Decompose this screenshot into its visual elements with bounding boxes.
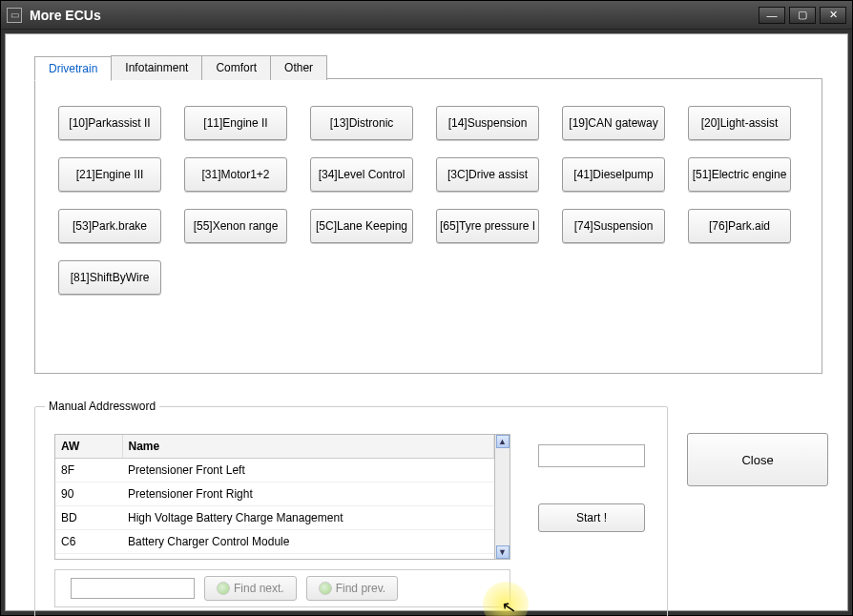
ecu-label: [20]Light-assist bbox=[701, 116, 779, 130]
table-row[interactable]: BD High Voltage Battery Charge Managemen… bbox=[55, 506, 494, 530]
ecu-button[interactable]: [21]Engine III bbox=[58, 157, 161, 192]
start-button[interactable]: Start ! bbox=[538, 503, 645, 532]
ecu-label: [74]Suspension bbox=[574, 219, 654, 233]
ecu-label: [3C]Drive assist bbox=[447, 168, 528, 181]
tab-other[interactable]: Other bbox=[270, 55, 327, 80]
ecu-button[interactable]: [34]Level Control bbox=[310, 157, 413, 192]
tab-label: Comfort bbox=[216, 61, 257, 74]
cell-name: High Voltage Battery Charge Management bbox=[122, 506, 494, 530]
tab-label: Drivetrain bbox=[49, 62, 97, 75]
close-button[interactable]: Close bbox=[687, 433, 828, 486]
cell-aw: 90 bbox=[55, 483, 122, 506]
ecu-label: [41]Dieselpump bbox=[573, 168, 653, 181]
side-input[interactable] bbox=[538, 444, 645, 467]
ecu-label: [76]Park.aid bbox=[709, 219, 770, 233]
ecu-button[interactable]: [41]Dieselpump bbox=[562, 157, 665, 192]
ecu-button[interactable]: [10]Parkassist II bbox=[58, 106, 161, 140]
ecu-button[interactable]: [20]Light-assist bbox=[688, 106, 791, 140]
ecu-label: [55]Xenon range bbox=[194, 219, 279, 233]
tab-pane-drivetrain: [10]Parkassist II [11]Engine II [13]Dist… bbox=[34, 78, 822, 374]
scroll-down-icon[interactable]: ▼ bbox=[496, 545, 510, 559]
ecu-button[interactable]: [74]Suspension bbox=[562, 209, 665, 243]
ecu-label: [13]Distronic bbox=[330, 116, 394, 130]
find-next-label: Find next. bbox=[234, 582, 284, 595]
cell-name: Battery Charger Control Module bbox=[122, 530, 494, 554]
titlebar[interactable]: ▭ More ECUs — ▢ ✕ bbox=[1, 1, 852, 30]
ecu-label: [14]Suspension bbox=[448, 116, 528, 130]
ecu-label: [81]ShiftByWire bbox=[71, 271, 150, 284]
table-row[interactable]: 90 Pretensioner Front Right bbox=[55, 483, 494, 506]
search-input[interactable] bbox=[71, 578, 195, 599]
ecu-label: [31]Motor1+2 bbox=[201, 168, 269, 181]
addressword-table: AW Name 8F Pretensioner Front Left 90 bbox=[55, 435, 494, 554]
ecu-button[interactable]: [11]Engine II bbox=[184, 106, 287, 140]
find-next-button[interactable]: Find next. bbox=[204, 576, 297, 601]
ecu-button[interactable]: [76]Park.aid bbox=[688, 209, 791, 243]
ecu-label: [10]Parkassist II bbox=[69, 116, 150, 130]
cell-name: Pretensioner Front Left bbox=[122, 459, 494, 483]
tab-infotainment[interactable]: Infotainment bbox=[111, 55, 202, 80]
ecu-label: [51]Electric engine bbox=[693, 168, 787, 181]
addressword-table-scroll[interactable]: AW Name 8F Pretensioner Front Left 90 bbox=[55, 435, 494, 559]
find-prev-icon bbox=[319, 582, 332, 595]
ecu-label: [19]CAN gateway bbox=[569, 116, 657, 130]
cell-aw: 8F bbox=[55, 459, 122, 483]
table-vertical-scrollbar[interactable]: ▲ ▼ bbox=[494, 435, 510, 559]
addressword-table-wrap: AW Name 8F Pretensioner Front Left 90 bbox=[54, 434, 510, 560]
cell-aw: BD bbox=[55, 506, 122, 530]
minimize-button[interactable]: — bbox=[759, 7, 785, 24]
ecu-button[interactable]: [81]ShiftByWire bbox=[58, 260, 161, 295]
cell-name: Pretensioner Front Right bbox=[122, 483, 494, 506]
ecu-label: [65]Tyre pressure I bbox=[440, 219, 535, 233]
close-window-button[interactable]: ✕ bbox=[820, 7, 846, 24]
window-controls: — ▢ ✕ bbox=[759, 7, 846, 24]
ecu-button[interactable]: [53]Park.brake bbox=[58, 209, 161, 243]
ecu-button[interactable]: [14]Suspension bbox=[436, 106, 539, 140]
app-window: ▭ More ECUs — ▢ ✕ Drivetrain Infotainmen… bbox=[0, 0, 853, 616]
start-label: Start ! bbox=[576, 511, 607, 524]
ecu-label: [5C]Lane Keeping bbox=[316, 219, 407, 233]
ecu-button[interactable]: [51]Electric engine bbox=[688, 157, 791, 192]
ecu-button[interactable]: [65]Tyre pressure I bbox=[436, 209, 539, 243]
cell-aw: C6 bbox=[55, 530, 122, 554]
col-header-aw[interactable]: AW bbox=[55, 435, 122, 459]
window-title: More ECUs bbox=[30, 8, 759, 23]
maximize-button[interactable]: ▢ bbox=[789, 7, 816, 24]
ecu-grid: [10]Parkassist II [11]Engine II [13]Dist… bbox=[35, 79, 822, 321]
find-prev-label: Find prev. bbox=[336, 582, 385, 595]
ecu-label: [53]Park.brake bbox=[73, 219, 147, 233]
client-area: Drivetrain Infotainment Comfort Other [1… bbox=[5, 33, 848, 611]
search-bar: Find next. Find prev. bbox=[54, 569, 510, 607]
ecu-label: [34]Level Control bbox=[319, 168, 406, 181]
ecu-button[interactable]: [19]CAN gateway bbox=[562, 106, 665, 140]
tab-strip: Drivetrain Infotainment Comfort Other bbox=[34, 55, 326, 80]
ecu-button[interactable]: [31]Motor1+2 bbox=[184, 157, 287, 192]
col-header-name[interactable]: Name bbox=[122, 435, 494, 459]
tab-label: Other bbox=[284, 61, 313, 74]
ecu-button[interactable]: [5C]Lane Keeping bbox=[310, 209, 413, 243]
tab-comfort[interactable]: Comfort bbox=[201, 55, 271, 80]
table-row[interactable]: 8F Pretensioner Front Left bbox=[55, 459, 494, 483]
ecu-button[interactable]: [13]Distronic bbox=[310, 106, 413, 140]
ecu-label: [21]Engine III bbox=[76, 168, 144, 181]
table-row[interactable]: C6 Battery Charger Control Module bbox=[55, 530, 494, 554]
ecu-button[interactable]: [3C]Drive assist bbox=[436, 157, 539, 192]
tab-drivetrain[interactable]: Drivetrain bbox=[34, 56, 112, 81]
tab-label: Infotainment bbox=[125, 61, 188, 74]
close-label: Close bbox=[741, 453, 773, 467]
find-next-icon bbox=[217, 582, 230, 595]
scroll-up-icon[interactable]: ▲ bbox=[496, 435, 510, 448]
scroll-track[interactable] bbox=[495, 448, 510, 545]
ecu-button[interactable]: [55]Xenon range bbox=[184, 209, 287, 243]
group-legend: Manual Addressword bbox=[45, 400, 159, 413]
ecu-label: [11]Engine II bbox=[203, 116, 267, 130]
system-menu-icon[interactable]: ▭ bbox=[7, 8, 22, 23]
find-prev-button[interactable]: Find prev. bbox=[306, 576, 398, 601]
